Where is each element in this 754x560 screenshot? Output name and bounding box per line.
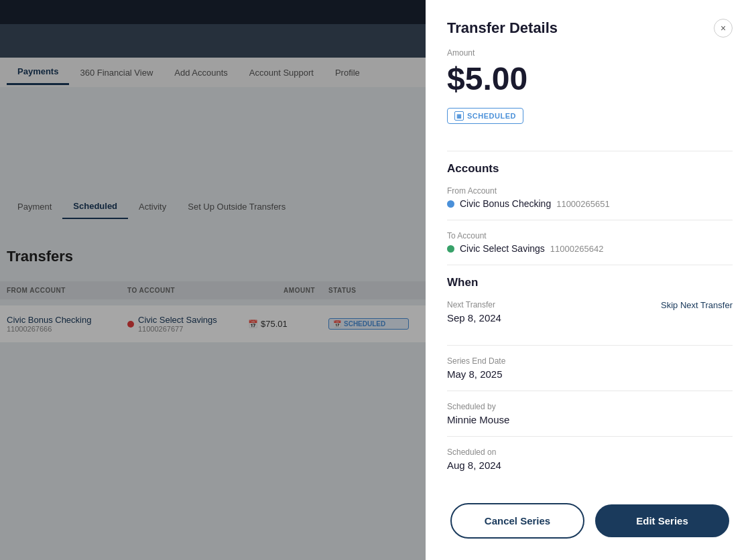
divider-1 bbox=[447, 151, 733, 151]
modal-panel: Transfer Details × Amount $5.00 ▦ SCHEDU… bbox=[426, 0, 754, 560]
divider-3 bbox=[447, 265, 733, 265]
modal-title: Transfer Details bbox=[447, 19, 558, 37]
from-account-row: Civic Bonus Checking 11000265651 bbox=[447, 198, 733, 209]
scheduled-on-field: Scheduled on Aug 8, 2024 bbox=[447, 447, 733, 471]
edit-series-button[interactable]: Edit Series bbox=[595, 504, 729, 537]
to-account-field: To Account Civic Select Savings 11000265… bbox=[447, 231, 733, 254]
amount-display: $5.00 bbox=[447, 60, 733, 97]
when-section-title: When bbox=[447, 276, 733, 289]
next-transfer-row: Next Transfer Sep 8, 2024 Skip Next Tran… bbox=[447, 300, 733, 334]
from-account-label: From Account bbox=[447, 186, 733, 196]
scheduled-badge: ▦ SCHEDULED bbox=[447, 108, 523, 124]
divider-6 bbox=[447, 436, 733, 437]
from-account-name: Civic Bonus Checking bbox=[460, 198, 551, 209]
scheduled-on-value: Aug 8, 2024 bbox=[447, 460, 733, 471]
divider-4 bbox=[447, 345, 733, 346]
modal-header: Transfer Details × bbox=[426, 0, 754, 48]
next-transfer-value: Sep 8, 2024 bbox=[447, 312, 501, 324]
series-end-date-field: Series End Date May 8, 2025 bbox=[447, 356, 733, 380]
from-account-number: 11000265651 bbox=[556, 199, 610, 209]
to-account-row: Civic Select Savings 11000265642 bbox=[447, 243, 733, 254]
from-account-field: From Account Civic Bonus Checking 110002… bbox=[447, 186, 733, 209]
scheduled-by-value: Minnie Mouse bbox=[447, 414, 733, 425]
from-account-dot bbox=[447, 200, 454, 208]
divider-5 bbox=[447, 391, 733, 391]
modal-footer: Cancel Series Edit Series bbox=[426, 490, 754, 560]
cancel-series-button[interactable]: Cancel Series bbox=[450, 503, 584, 539]
when-section: When Next Transfer Sep 8, 2024 Skip Next… bbox=[447, 276, 733, 471]
to-account-label: To Account bbox=[447, 231, 733, 240]
badge-calendar-icon: ▦ bbox=[454, 111, 464, 121]
scheduled-by-field: Scheduled by Minnie Mouse bbox=[447, 402, 733, 425]
scheduled-by-label: Scheduled by bbox=[447, 402, 733, 411]
to-account-number: 11000265642 bbox=[550, 244, 604, 254]
series-end-date-value: May 8, 2025 bbox=[447, 368, 733, 380]
skip-next-transfer-link[interactable]: Skip Next Transfer bbox=[661, 300, 733, 310]
to-account-info: Civic Select Savings 11000265642 bbox=[460, 243, 603, 254]
amount-label: Amount bbox=[447, 48, 733, 58]
series-end-date-label: Series End Date bbox=[447, 356, 733, 366]
close-button[interactable]: × bbox=[714, 19, 733, 38]
from-account-info: Civic Bonus Checking 11000265651 bbox=[460, 198, 610, 209]
next-transfer-label: Next Transfer bbox=[447, 300, 501, 309]
next-transfer-field: Next Transfer Sep 8, 2024 bbox=[447, 300, 501, 324]
divider-2 bbox=[447, 220, 733, 220]
modal-body: Amount $5.00 ▦ SCHEDULED Accounts From A… bbox=[426, 48, 754, 490]
to-account-name: Civic Select Savings bbox=[460, 243, 545, 254]
scheduled-on-label: Scheduled on bbox=[447, 447, 733, 457]
accounts-section-title: Accounts bbox=[447, 162, 733, 176]
to-account-dot bbox=[447, 245, 454, 253]
